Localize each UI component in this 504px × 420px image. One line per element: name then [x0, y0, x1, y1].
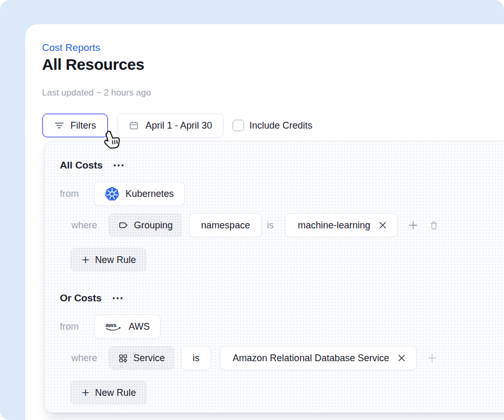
new-rule-label: New Rule	[95, 387, 136, 398]
calendar-icon	[129, 120, 139, 131]
plus-icon	[427, 353, 437, 363]
group-menu-button[interactable]	[111, 295, 124, 301]
new-rule-label: New Rule	[95, 255, 136, 266]
provider-button-kubernetes[interactable]: Kubernetes	[94, 182, 185, 206]
value-label: machine-learning	[298, 220, 370, 231]
close-icon	[398, 354, 405, 362]
group-header: All Costs	[60, 159, 504, 172]
include-credits-label: Include Credits	[249, 120, 312, 131]
provider-label: AWS	[129, 321, 150, 332]
aws-icon: aws	[105, 321, 122, 332]
operator-label: is	[267, 220, 274, 231]
page-title: All Resources	[42, 56, 144, 74]
rule-row: where Grouping namespace is machine-lear…	[71, 213, 504, 237]
plus-icon	[81, 388, 90, 397]
plus-icon	[408, 220, 418, 230]
from-row: from aws AWS	[60, 314, 504, 339]
where-label: where	[71, 220, 97, 231]
new-rule-button[interactable]: New Rule	[70, 248, 147, 272]
value-chip[interactable]: Amazon Relational Database Service	[220, 346, 417, 370]
trash-icon	[428, 220, 439, 231]
remove-value-button[interactable]	[377, 219, 388, 231]
value-chip[interactable]: machine-learning	[285, 213, 398, 237]
filters-button[interactable]: Filters	[42, 113, 108, 138]
key-label: namespace	[201, 220, 250, 231]
value-label: Amazon Relational Database Service	[233, 353, 389, 364]
date-range-label: April 1 - April 30	[145, 120, 212, 131]
field-button-service[interactable]: Service	[109, 346, 174, 370]
plus-icon	[81, 256, 90, 264]
from-row: from Kubernetes	[60, 182, 504, 206]
close-icon	[379, 222, 386, 229]
rule-row: where Service is Amazon Relational Datab…	[71, 346, 504, 370]
provider-label: Kubernetes	[125, 188, 174, 200]
from-label: from	[60, 188, 79, 200]
last-updated-text: Last updated ~ 2 hours ago	[42, 88, 151, 98]
include-credits-control: Include Credits	[233, 120, 312, 131]
group-title: Or Costs	[60, 292, 101, 304]
operator-button[interactable]: is	[181, 346, 211, 370]
filter-icon	[54, 120, 65, 131]
kubernetes-icon	[105, 187, 119, 201]
field-button-grouping[interactable]: Grouping	[109, 213, 182, 237]
from-label: from	[60, 321, 79, 332]
svg-text:aws: aws	[106, 322, 117, 328]
where-label: where	[71, 353, 97, 364]
provider-button-aws[interactable]: aws AWS	[94, 314, 161, 339]
include-credits-checkbox[interactable]	[233, 120, 244, 131]
grid-icon	[118, 353, 128, 363]
delete-rule-button[interactable]	[426, 218, 442, 233]
add-value-button[interactable]	[425, 351, 439, 365]
group-menu-button[interactable]	[112, 162, 125, 169]
operator-label: is	[193, 353, 200, 364]
report-card: Cost Reports All Resources Last updated …	[25, 24, 504, 420]
breadcrumb-cost-reports[interactable]: Cost Reports	[42, 42, 100, 54]
cursor-hand-icon	[100, 129, 123, 153]
filters-button-label: Filters	[70, 120, 96, 131]
remove-value-button[interactable]	[396, 352, 407, 364]
new-rule-button[interactable]: New Rule	[70, 381, 147, 405]
group-header: Or Costs	[60, 292, 504, 304]
field-label: Grouping	[134, 220, 173, 231]
group-title: All Costs	[60, 160, 102, 171]
date-range-button[interactable]: April 1 - April 30	[117, 113, 224, 138]
tag-icon	[118, 220, 129, 230]
field-label: Service	[133, 353, 165, 364]
ellipsis-icon	[113, 164, 124, 167]
ellipsis-icon	[112, 297, 123, 300]
toolbar: Filters April 1 - April 30 Include Credi…	[42, 113, 312, 138]
filters-panel: All Costs from Kuberne	[44, 141, 504, 413]
add-value-button[interactable]	[406, 218, 420, 232]
key-button-namespace[interactable]: namespace	[189, 213, 262, 237]
